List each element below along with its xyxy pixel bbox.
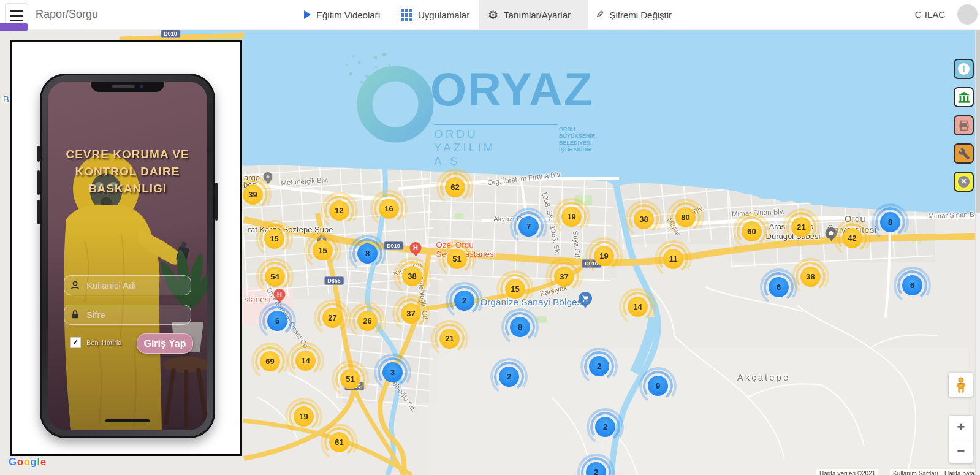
report-error-link[interactable]: Harita hatası bildirin — [941, 469, 980, 475]
tools-button[interactable] — [954, 143, 974, 164]
cluster-marker[interactable]: 51 — [340, 369, 360, 389]
road-shield: D010 — [384, 242, 403, 249]
map-label: Organize Sanayi Bölgesi — [480, 297, 584, 308]
bank-icon — [957, 91, 971, 104]
street-view-pegman[interactable] — [949, 373, 973, 397]
zoom-out-button[interactable]: − — [949, 439, 973, 463]
cluster-marker[interactable]: 2 — [499, 367, 519, 387]
scrollbar[interactable] — [975, 29, 980, 475]
cluster-marker[interactable]: 42 — [842, 228, 862, 248]
play-icon — [304, 10, 311, 19]
cluster-marker[interactable]: 37 — [554, 267, 574, 287]
cluster-marker[interactable]: 26 — [357, 311, 378, 331]
remember-checkbox[interactable]: ✓ — [70, 337, 81, 348]
avatar[interactable] — [957, 4, 978, 25]
cluster-marker[interactable]: 16 — [379, 199, 399, 219]
phone-mockup: CEVRE KORUMA VE KONTROL DAIRE BASKANLIGI… — [40, 74, 215, 438]
alert-button[interactable]: ! — [954, 59, 974, 79]
cluster-marker[interactable]: 6 — [769, 277, 789, 297]
gear-icon: ⚙ — [488, 9, 498, 21]
pencil-icon: ✎ — [596, 10, 604, 20]
cluster-marker[interactable]: 15 — [313, 240, 333, 260]
bank-button[interactable] — [954, 87, 974, 107]
page-title: Rapor/Sorgu — [36, 8, 98, 21]
cluster-marker[interactable]: 37 — [401, 303, 421, 324]
cluster-marker[interactable]: 19 — [594, 246, 614, 266]
road-shield: D855 — [325, 277, 343, 284]
login-button[interactable]: Giriş Yap — [137, 333, 193, 354]
cluster-marker[interactable]: 9 — [648, 376, 668, 396]
cluster-marker[interactable]: 62 — [445, 177, 465, 197]
cluster-marker[interactable]: 8 — [880, 212, 900, 232]
cluster-marker[interactable]: 38 — [402, 266, 422, 286]
cluster-marker[interactable]: 14 — [295, 351, 316, 371]
cluster-marker[interactable]: 38 — [634, 209, 654, 229]
zoom-control: + − — [949, 416, 973, 463]
cluster-marker[interactable]: 54 — [265, 267, 285, 287]
sidebar-accent — [0, 23, 28, 31]
cluster-marker[interactable]: 3 — [382, 362, 403, 382]
password-input[interactable] — [64, 305, 191, 325]
user-name: C-ILAC — [915, 9, 945, 20]
cluster-marker[interactable]: 38 — [800, 267, 821, 287]
phone-notch — [91, 82, 164, 92]
hospital-pin[interactable]: H — [410, 242, 422, 254]
print-button[interactable] — [954, 115, 974, 135]
cluster-marker[interactable]: 11 — [663, 249, 683, 269]
cluster-marker[interactable]: 8 — [510, 317, 530, 337]
google-logo[interactable]: Google — [9, 456, 47, 468]
cluster-marker[interactable]: 6 — [267, 311, 287, 331]
cluster-marker[interactable]: 60 — [742, 221, 762, 241]
cluster-marker[interactable]: 2 — [595, 417, 615, 437]
cluster-marker[interactable]: 69 — [260, 351, 280, 371]
map-label: B — [3, 94, 9, 105]
cluster-marker[interactable]: 12 — [329, 200, 349, 221]
cluster-marker[interactable]: 61 — [329, 432, 349, 452]
cluster-marker[interactable]: 27 — [322, 308, 343, 328]
printer-icon — [958, 120, 970, 132]
menu-item-applications[interactable]: Uygulamalar — [392, 0, 478, 29]
cluster-marker[interactable]: 7 — [518, 216, 539, 237]
map-label: Akçatepe — [737, 372, 791, 382]
cluster-marker[interactable]: 21 — [439, 329, 460, 349]
menu-item-settings[interactable]: ⚙ Tanımlar/Ayarlar — [479, 0, 588, 29]
map-copyright: Harita verileri ©2021 — [816, 469, 878, 475]
exclamation-icon: ! — [958, 63, 970, 75]
cluster-marker[interactable]: 80 — [675, 207, 696, 227]
menu-item-training-videos[interactable]: Eğitim Videoları — [295, 0, 389, 29]
remember-label: Beni Hatırla — [86, 339, 121, 346]
pegman-icon — [954, 377, 968, 393]
phone-screen: CEVRE KORUMA VE KONTROL DAIRE BASKANLIGI… — [48, 82, 207, 430]
app-window: ORYAZ ORDU YAZILIM A.Ş ORDU BÜYÜKŞEHİR B… — [0, 0, 980, 475]
cluster-marker[interactable]: 39 — [243, 184, 263, 205]
cluster-marker[interactable]: 15 — [264, 229, 284, 249]
remember-me-row: ✓ Beni Hatırla — [70, 337, 121, 348]
close-circle-icon: ✕ — [958, 176, 970, 188]
wrench-icon — [958, 148, 970, 160]
user-icon — [70, 280, 80, 291]
username-input[interactable] — [64, 275, 191, 295]
terms-link[interactable]: Kullanım Şartları — [890, 469, 941, 475]
cluster-marker[interactable]: 2 — [586, 462, 606, 475]
top-bar: Rapor/Sorgu Eğitim Videoları Uygulamalar… — [0, 0, 980, 30]
zoom-in-button[interactable]: + — [949, 416, 973, 439]
cluster-marker[interactable]: 2 — [589, 356, 609, 376]
cluster-marker[interactable]: 14 — [628, 297, 648, 317]
cluster-marker[interactable]: 2 — [454, 291, 474, 311]
cluster-marker[interactable]: 19 — [561, 207, 582, 227]
apps-grid-icon — [401, 9, 412, 21]
cluster-marker[interactable]: 21 — [791, 217, 811, 237]
cluster-marker[interactable]: 51 — [447, 249, 467, 269]
close-button[interactable]: ✕ — [954, 172, 974, 192]
map-label: stanesi — [245, 295, 271, 304]
shopping-pin[interactable] — [579, 292, 592, 305]
cluster-marker[interactable]: 15 — [505, 279, 525, 299]
app-title: CEVRE KORUMA VE KONTROL DAIRE BASKANLIGI — [48, 146, 207, 197]
road-shield: D010 — [161, 30, 180, 37]
scrollbar-thumb[interactable] — [976, 29, 980, 213]
login-preview-panel: CEVRE KORUMA VE KONTROL DAIRE BASKANLIGI… — [10, 40, 242, 456]
menu-item-change-password[interactable]: ✎ Şifremi Değiştir — [587, 0, 680, 29]
cluster-marker[interactable]: 19 — [294, 406, 314, 427]
cluster-marker[interactable]: 6 — [902, 275, 922, 295]
cluster-marker[interactable]: 8 — [357, 243, 378, 264]
